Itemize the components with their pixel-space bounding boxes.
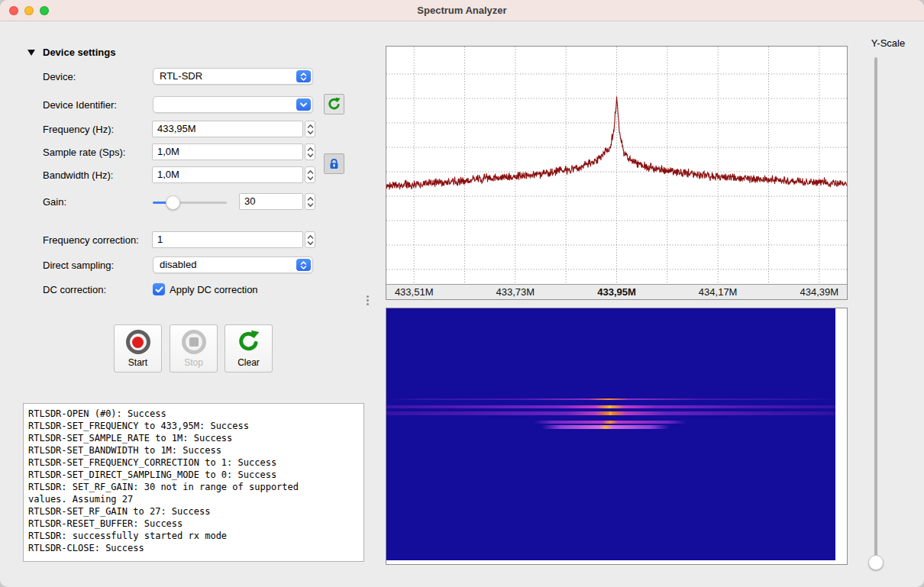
y-scale-label: Y-Scale: [861, 37, 915, 49]
frequency-correction-label: Frequency correction:: [43, 234, 139, 246]
clear-button-label: Clear: [237, 357, 260, 368]
frequency-axis: 433,51M433,73M433,95M434,17M434,39M: [386, 284, 847, 299]
gain-slider[interactable]: [153, 195, 227, 210]
sample-rate-label: Sample rate (Sps):: [43, 147, 125, 158]
frequency-correction-stepper[interactable]: [305, 231, 315, 248]
gain-input[interactable]: 30: [239, 193, 303, 210]
x-axis-tick-label: 433,95M: [597, 286, 636, 298]
x-axis-tick-label: 434,39M: [800, 286, 839, 298]
frequency-input[interactable]: 433,95M: [152, 121, 303, 137]
record-icon: [126, 330, 150, 354]
stepper-down-icon: [307, 176, 314, 181]
stepper-up-icon: [307, 169, 314, 175]
disclosure-triangle-icon[interactable]: [27, 50, 35, 56]
gain-stepper[interactable]: [305, 193, 315, 210]
clear-refresh-icon: [237, 330, 260, 353]
log-console[interactable]: RTLSDR-OPEN (#0): Success RTLSDR-SET_FRE…: [23, 403, 364, 562]
device-label: Device:: [43, 71, 76, 82]
stepper-up-icon: [307, 196, 314, 202]
waterfall-plot[interactable]: [386, 308, 848, 565]
waterfall-signal-streak: [534, 421, 687, 424]
dc-correction-label: DC correction:: [43, 284, 106, 295]
clear-button[interactable]: Clear: [225, 324, 273, 373]
stop-button[interactable]: Stop: [170, 324, 218, 373]
section-header-device-settings[interactable]: Device settings: [43, 47, 115, 58]
stepper-up-icon: [307, 147, 314, 152]
start-button-label: Start: [128, 357, 147, 368]
waterfall-signal-streak: [386, 405, 835, 408]
stepper-up-icon: [307, 124, 314, 129]
popup-updown-icon: [296, 70, 311, 82]
y-scale-slider-thumb[interactable]: [868, 555, 884, 570]
app-window: Spectrum Analyzer Device settings Device…: [0, 0, 924, 587]
stepper-down-icon: [307, 153, 314, 158]
bandwidth-input[interactable]: 1,0M: [152, 166, 303, 183]
waterfall-image: [386, 308, 835, 560]
frequency-stepper[interactable]: [305, 121, 315, 137]
start-button[interactable]: Start: [114, 324, 162, 373]
stepper-up-icon: [307, 234, 314, 240]
bandwidth-stepper[interactable]: [305, 166, 315, 183]
waterfall-signal-streak: [386, 398, 835, 400]
spectrum-plot-area[interactable]: [386, 47, 847, 284]
frequency-label: Frequency (Hz):: [43, 124, 114, 135]
direct-sampling-value: disabled: [160, 259, 196, 270]
direct-sampling-select[interactable]: disabled: [153, 256, 313, 273]
sample-rate-input[interactable]: 1,0M: [152, 144, 303, 160]
window-title: Spectrum Analyzer: [0, 5, 924, 16]
bandwidth-label: Bandwidth (Hz):: [43, 169, 113, 181]
apply-dc-correction-text[interactable]: Apply DC correction: [170, 284, 258, 295]
gain-label: Gain:: [43, 196, 66, 208]
frequency-correction-input[interactable]: 1: [152, 231, 303, 248]
x-axis-tick-label: 433,73M: [496, 286, 535, 298]
refresh-icon: [327, 97, 341, 111]
stop-button-label: Stop: [184, 357, 203, 368]
pane-splitter-handle[interactable]: [366, 295, 369, 309]
popup-updown-icon: [296, 259, 311, 271]
stepper-down-icon: [307, 202, 314, 208]
stepper-down-icon: [307, 130, 314, 135]
gain-slider-thumb[interactable]: [166, 195, 180, 210]
spectrum-trace: [386, 47, 847, 284]
device-select-value: RTL-SDR: [160, 70, 202, 82]
sample-rate-stepper[interactable]: [305, 144, 315, 160]
direct-sampling-label: Direct sampling:: [43, 260, 114, 271]
title-bar: Spectrum Analyzer: [0, 0, 924, 21]
stop-icon: [182, 330, 206, 354]
waterfall-signal-streak: [386, 411, 835, 415]
apply-dc-correction-checkbox[interactable]: [153, 283, 165, 295]
lock-icon: [328, 157, 341, 170]
spectrum-plot[interactable]: 433,51M433,73M433,95M434,17M434,39M: [386, 46, 848, 300]
x-axis-tick-label: 433,51M: [395, 286, 434, 298]
combo-dropdown-icon: [296, 98, 311, 111]
device-identifier-label: Device Identifier:: [43, 99, 117, 111]
checkmark-icon: [155, 286, 163, 293]
device-identifier-combo[interactable]: [153, 96, 313, 113]
waterfall-signal-streak: [541, 425, 670, 429]
stepper-down-icon: [307, 240, 314, 246]
lock-bandwidth-button[interactable]: [324, 153, 344, 174]
y-scale-slider-track[interactable]: [874, 57, 877, 557]
x-axis-tick-label: 434,17M: [699, 286, 738, 298]
refresh-devices-button[interactable]: [324, 94, 344, 114]
device-select[interactable]: RTL-SDR: [153, 68, 313, 85]
